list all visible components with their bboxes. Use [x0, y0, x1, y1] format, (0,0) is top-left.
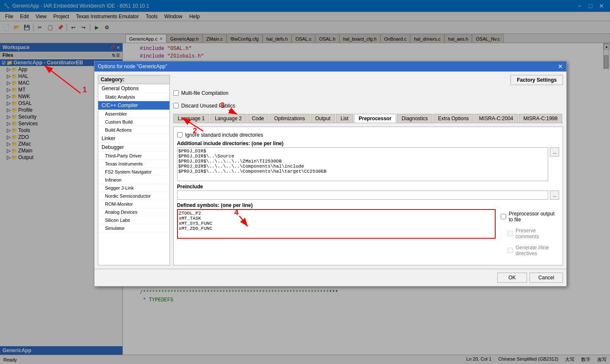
modal-body: Category: General Options Static Analysi… — [94, 72, 566, 269]
preserve-comments-label: Preserve comments — [516, 228, 559, 240]
category-third-party[interactable]: Third-Party Driver — [98, 152, 169, 160]
discard-unused-checkbox[interactable] — [173, 103, 179, 108]
category-cpp-compiler[interactable]: C/C++ Compiler — [98, 101, 169, 110]
tab-list[interactable]: List — [336, 114, 353, 123]
tab-language1[interactable]: Language 1 — [173, 114, 209, 123]
settings-top: Factory Settings — [173, 75, 563, 85]
category-custom-build[interactable]: Custom Build — [98, 118, 169, 126]
defined-symbols-input[interactable]: ZTOOL_P2 xMT_TASK xMT_SYS_FUNC xMT_ZDO_F… — [177, 209, 496, 239]
cancel-button[interactable]: Cancel — [530, 273, 563, 283]
ignore-std-label: Ignore standard include directories — [185, 132, 263, 138]
options-dialog: Options for node "GenericApp" ✕ Category… — [94, 61, 567, 287]
multi-file-checkbox[interactable] — [173, 90, 179, 96]
additional-includes-row: $PROJ_DIR$ $PROJ_DIR$\..\Source $PROJ_DI… — [177, 147, 559, 181]
preinclude-input[interactable] — [177, 190, 548, 200]
category-panel: Category: General Options Static Analysi… — [98, 75, 170, 265]
category-infineon[interactable]: Infineon — [98, 176, 169, 184]
ok-button[interactable]: OK — [497, 273, 527, 283]
category-rom-monitor[interactable]: ROM-Monitor — [98, 200, 169, 208]
settings-panel: Factory Settings Multi-file Compilation … — [173, 75, 563, 265]
multi-file-row: Multi-file Compilation — [173, 90, 563, 96]
defined-symbols-label: Defined symbols: (one per line) — [177, 202, 559, 208]
discard-unused-row: Discard Unused Publics — [173, 103, 563, 109]
preinclude-row: ... — [177, 190, 559, 200]
factory-settings-button[interactable]: Factory Settings — [510, 75, 563, 85]
ignore-std-checkbox[interactable] — [177, 132, 183, 138]
modal-title-bar: Options for node "GenericApp" ✕ — [94, 61, 566, 72]
generate-line-row: Generate #line directives — [507, 245, 559, 256]
tab-optimizations[interactable]: Optimizations — [269, 114, 310, 123]
tab-language2[interactable]: Language 2 — [210, 114, 246, 123]
modal-title-text: Options for node "GenericApp" — [98, 63, 167, 69]
additional-includes-label: Additional include directories: (one per… — [177, 141, 559, 146]
category-header: Category: — [98, 75, 169, 84]
additional-includes-browse-button[interactable]: ... — [550, 147, 559, 157]
tab-preprocessor[interactable]: Preprocessor — [354, 114, 396, 123]
preinclude-browse-button[interactable]: ... — [550, 190, 559, 200]
modal-footer: OK Cancel — [94, 269, 566, 286]
settings-tabs: Language 1 Language 2 Code Optimizations… — [173, 114, 563, 123]
tab-misra-2004[interactable]: MISRA-C:2004 — [474, 114, 518, 123]
category-simulator[interactable]: Simulator — [98, 224, 169, 232]
preprocessor-output-row: Preprocessor output to file — [501, 211, 559, 223]
preprocessor-tab-content: Ignore standard include directories Addi… — [173, 127, 563, 265]
category-assembler[interactable]: Assembler — [98, 110, 169, 118]
additional-includes-input[interactable]: $PROJ_DIR$ $PROJ_DIR$\..\Source $PROJ_DI… — [177, 147, 548, 181]
ignore-std-row: Ignore standard include directories — [177, 132, 559, 138]
tab-extra-options[interactable]: Extra Options — [433, 114, 474, 123]
category-texas-instruments[interactable]: Texas Instruments — [98, 160, 169, 168]
category-analog-devices[interactable]: Analog Devices — [98, 208, 169, 216]
preinclude-label: Preinclude — [177, 184, 559, 190]
category-fs2[interactable]: FS2 System Navigator — [98, 168, 169, 176]
tab-output[interactable]: Output — [311, 114, 335, 123]
tab-misra-1998[interactable]: MISRA-C:1998 — [519, 114, 563, 123]
preprocessor-output-section: Preprocessor output to file Preserve com… — [501, 209, 559, 258]
category-silicon-labs[interactable]: Silicon Labs — [98, 216, 169, 224]
preprocessor-output-checkbox[interactable] — [501, 214, 506, 219]
modal-close-button[interactable]: ✕ — [558, 63, 563, 70]
discard-unused-label: Discard Unused Publics — [181, 103, 235, 109]
category-linker[interactable]: Linker — [98, 134, 169, 143]
tab-code[interactable]: Code — [247, 114, 269, 123]
category-debugger[interactable]: Debugger — [98, 143, 169, 152]
category-build-actions[interactable]: Build Actions — [98, 126, 169, 134]
category-general-options[interactable]: General Options — [98, 84, 169, 93]
generate-line-checkbox[interactable] — [507, 248, 513, 253]
category-nordic[interactable]: Nordic Semiconductor — [98, 192, 169, 200]
preserve-comments-checkbox[interactable] — [507, 231, 513, 236]
defined-symbols-row: ZTOOL_P2 xMT_TASK xMT_SYS_FUNC xMT_ZDO_F… — [177, 209, 559, 258]
preprocessor-output-label: Preprocessor output to file — [509, 211, 559, 223]
category-segger[interactable]: Segger J-Link — [98, 184, 169, 192]
multi-file-label: Multi-file Compilation — [181, 90, 228, 96]
generate-line-label: Generate #line directives — [516, 245, 559, 256]
preserve-comments-row: Preserve comments — [507, 228, 559, 240]
category-static-analysis[interactable]: Static Analysis — [98, 93, 169, 101]
modal-overlay: Options for node "GenericApp" ✕ Category… — [0, 0, 610, 364]
tab-diagnostics[interactable]: Diagnostics — [397, 114, 433, 123]
